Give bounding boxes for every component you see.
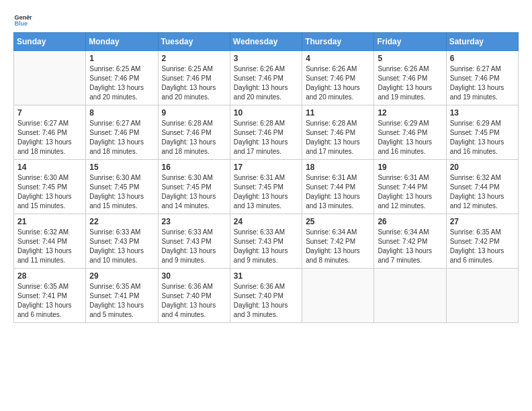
day-number: 16 — [162, 163, 226, 172]
calendar-cell: 29Sunrise: 6:35 AMSunset: 7:41 PMDayligh… — [86, 269, 158, 323]
day-info: Sunrise: 6:33 AMSunset: 7:43 PMDaylight:… — [89, 228, 154, 265]
calendar-cell: 7Sunrise: 6:27 AMSunset: 7:46 PMDaylight… — [14, 105, 86, 160]
calendar-cell: 17Sunrise: 6:31 AMSunset: 7:45 PMDayligh… — [230, 160, 302, 214]
day-number: 1 — [89, 54, 154, 63]
week-row-1: 7Sunrise: 6:27 AMSunset: 7:46 PMDaylight… — [14, 105, 519, 160]
calendar-cell: 18Sunrise: 6:31 AMSunset: 7:44 PMDayligh… — [302, 160, 374, 214]
day-number: 31 — [234, 271, 298, 281]
day-number: 13 — [450, 108, 515, 118]
day-info: Sunrise: 6:31 AMSunset: 7:44 PMDaylight:… — [378, 173, 442, 211]
calendar-cell: 26Sunrise: 6:34 AMSunset: 7:42 PMDayligh… — [374, 214, 446, 269]
calendar-cell: 2Sunrise: 6:25 AMSunset: 7:46 PMDaylight… — [158, 51, 230, 105]
day-number: 24 — [234, 217, 298, 226]
calendar-cell: 15Sunrise: 6:30 AMSunset: 7:45 PMDayligh… — [86, 160, 158, 214]
calendar-cell: 5Sunrise: 6:26 AMSunset: 7:46 PMDaylight… — [374, 51, 446, 105]
day-info: Sunrise: 6:27 AMSunset: 7:46 PMDaylight:… — [17, 119, 82, 156]
day-number: 25 — [306, 217, 370, 226]
calendar-cell: 3Sunrise: 6:26 AMSunset: 7:46 PMDaylight… — [230, 51, 302, 105]
week-row-0: 1Sunrise: 6:25 AMSunset: 7:46 PMDaylight… — [14, 51, 519, 105]
calendar-cell: 20Sunrise: 6:32 AMSunset: 7:44 PMDayligh… — [446, 160, 518, 214]
week-row-2: 14Sunrise: 6:30 AMSunset: 7:45 PMDayligh… — [14, 160, 519, 214]
day-number: 20 — [450, 163, 515, 172]
day-number: 27 — [450, 217, 515, 226]
calendar-cell — [446, 269, 518, 323]
calendar-cell: 1Sunrise: 6:25 AMSunset: 7:46 PMDaylight… — [86, 51, 158, 105]
day-info: Sunrise: 6:36 AMSunset: 7:40 PMDaylight:… — [162, 282, 226, 320]
day-number: 12 — [378, 108, 442, 118]
day-number: 4 — [306, 54, 370, 63]
day-info: Sunrise: 6:35 AMSunset: 7:41 PMDaylight:… — [89, 282, 154, 320]
day-info: Sunrise: 6:32 AMSunset: 7:44 PMDaylight:… — [17, 228, 82, 265]
calendar-cell: 13Sunrise: 6:29 AMSunset: 7:45 PMDayligh… — [446, 105, 518, 160]
calendar-cell: 16Sunrise: 6:30 AMSunset: 7:45 PMDayligh… — [158, 160, 230, 214]
calendar-cell: 21Sunrise: 6:32 AMSunset: 7:44 PMDayligh… — [14, 214, 86, 269]
day-number: 18 — [306, 163, 370, 172]
day-info: Sunrise: 6:25 AMSunset: 7:46 PMDaylight:… — [89, 64, 154, 102]
day-info: Sunrise: 6:30 AMSunset: 7:45 PMDaylight:… — [89, 173, 154, 211]
day-info: Sunrise: 6:26 AMSunset: 7:46 PMDaylight:… — [378, 64, 442, 102]
day-info: Sunrise: 6:30 AMSunset: 7:45 PMDaylight:… — [162, 173, 226, 211]
calendar-cell: 11Sunrise: 6:28 AMSunset: 7:46 PMDayligh… — [302, 105, 374, 160]
calendar-cell: 30Sunrise: 6:36 AMSunset: 7:40 PMDayligh… — [158, 269, 230, 323]
day-info: Sunrise: 6:35 AMSunset: 7:41 PMDaylight:… — [17, 282, 82, 320]
calendar-cell — [374, 269, 446, 323]
day-info: Sunrise: 6:29 AMSunset: 7:46 PMDaylight:… — [378, 119, 442, 156]
weekday-header-monday: Monday — [86, 33, 158, 51]
day-info: Sunrise: 6:26 AMSunset: 7:46 PMDaylight:… — [306, 64, 370, 102]
day-number: 5 — [378, 54, 442, 63]
day-info: Sunrise: 6:35 AMSunset: 7:42 PMDaylight:… — [450, 228, 515, 265]
day-info: Sunrise: 6:25 AMSunset: 7:46 PMDaylight:… — [162, 64, 226, 102]
weekday-header-sunday: Sunday — [14, 33, 86, 51]
day-number: 30 — [162, 271, 226, 281]
day-number: 29 — [89, 271, 154, 281]
calendar-cell: 10Sunrise: 6:28 AMSunset: 7:46 PMDayligh… — [230, 105, 302, 160]
day-info: Sunrise: 6:34 AMSunset: 7:42 PMDaylight:… — [306, 228, 370, 265]
weekday-header-wednesday: Wednesday — [230, 33, 302, 51]
calendar-cell — [14, 51, 86, 105]
day-info: Sunrise: 6:31 AMSunset: 7:45 PMDaylight:… — [234, 173, 298, 211]
week-row-4: 28Sunrise: 6:35 AMSunset: 7:41 PMDayligh… — [14, 269, 519, 323]
calendar-cell: 6Sunrise: 6:27 AMSunset: 7:46 PMDaylight… — [446, 51, 518, 105]
calendar-cell — [302, 269, 374, 323]
day-number: 23 — [162, 217, 226, 226]
calendar-cell: 28Sunrise: 6:35 AMSunset: 7:41 PMDayligh… — [14, 269, 86, 323]
day-info: Sunrise: 6:28 AMSunset: 7:46 PMDaylight:… — [162, 119, 226, 156]
weekday-header-saturday: Saturday — [446, 33, 518, 51]
weekday-header-tuesday: Tuesday — [158, 33, 230, 51]
day-info: Sunrise: 6:33 AMSunset: 7:43 PMDaylight:… — [162, 228, 226, 265]
week-row-3: 21Sunrise: 6:32 AMSunset: 7:44 PMDayligh… — [14, 214, 519, 269]
logo: General Blue — [13, 11, 32, 30]
calendar-cell: 24Sunrise: 6:33 AMSunset: 7:43 PMDayligh… — [230, 214, 302, 269]
calendar-cell: 23Sunrise: 6:33 AMSunset: 7:43 PMDayligh… — [158, 214, 230, 269]
day-number: 11 — [306, 108, 370, 118]
day-info: Sunrise: 6:27 AMSunset: 7:46 PMDaylight:… — [89, 119, 154, 156]
day-info: Sunrise: 6:34 AMSunset: 7:42 PMDaylight:… — [378, 228, 442, 265]
page-header: General Blue — [13, 11, 519, 30]
calendar-cell: 8Sunrise: 6:27 AMSunset: 7:46 PMDaylight… — [86, 105, 158, 160]
calendar-cell: 27Sunrise: 6:35 AMSunset: 7:42 PMDayligh… — [446, 214, 518, 269]
calendar-cell: 31Sunrise: 6:36 AMSunset: 7:40 PMDayligh… — [230, 269, 302, 323]
day-info: Sunrise: 6:26 AMSunset: 7:46 PMDaylight:… — [234, 64, 298, 102]
svg-text:Blue: Blue — [14, 20, 28, 27]
day-info: Sunrise: 6:30 AMSunset: 7:45 PMDaylight:… — [17, 173, 82, 211]
day-number: 28 — [17, 271, 82, 281]
logo-icon: General Blue — [13, 11, 32, 30]
weekday-header-thursday: Thursday — [302, 33, 374, 51]
day-info: Sunrise: 6:36 AMSunset: 7:40 PMDaylight:… — [234, 282, 298, 320]
day-number: 6 — [450, 54, 515, 63]
day-number: 26 — [378, 217, 442, 226]
calendar-cell: 12Sunrise: 6:29 AMSunset: 7:46 PMDayligh… — [374, 105, 446, 160]
day-number: 8 — [89, 108, 154, 118]
day-number: 21 — [17, 217, 82, 226]
day-number: 2 — [162, 54, 226, 63]
calendar-cell: 9Sunrise: 6:28 AMSunset: 7:46 PMDaylight… — [158, 105, 230, 160]
weekday-header-friday: Friday — [374, 33, 446, 51]
day-number: 10 — [234, 108, 298, 118]
day-number: 7 — [17, 108, 82, 118]
calendar-cell: 25Sunrise: 6:34 AMSunset: 7:42 PMDayligh… — [302, 214, 374, 269]
day-info: Sunrise: 6:27 AMSunset: 7:46 PMDaylight:… — [450, 64, 515, 102]
day-info: Sunrise: 6:33 AMSunset: 7:43 PMDaylight:… — [234, 228, 298, 265]
day-info: Sunrise: 6:31 AMSunset: 7:44 PMDaylight:… — [306, 173, 370, 211]
calendar-cell: 4Sunrise: 6:26 AMSunset: 7:46 PMDaylight… — [302, 51, 374, 105]
calendar-cell: 19Sunrise: 6:31 AMSunset: 7:44 PMDayligh… — [374, 160, 446, 214]
